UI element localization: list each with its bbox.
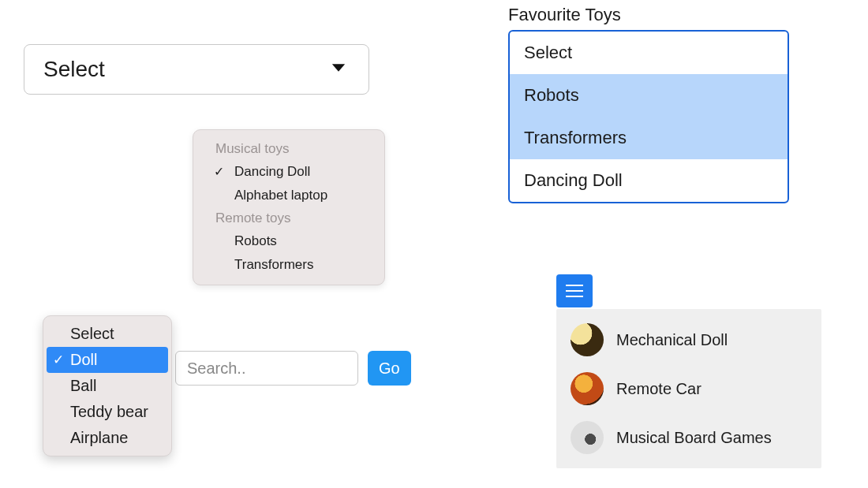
option-label: Robots xyxy=(524,85,579,105)
option-airplane[interactable]: Airplane xyxy=(47,425,168,451)
group-option-robots[interactable]: Robots xyxy=(193,229,384,253)
option-label: Mechanical Doll xyxy=(616,331,728,349)
icon-option-mechanical-doll[interactable]: Mechanical Doll xyxy=(556,315,821,364)
hamburger-icon xyxy=(566,290,583,292)
option-label: Select xyxy=(524,43,572,62)
option-label: Dancing Doll xyxy=(524,170,623,190)
favourite-toys-listbox[interactable]: Select Robots Transformers Dancing Doll xyxy=(508,30,789,203)
go-button[interactable]: Go xyxy=(368,351,411,386)
favourite-toys-label: Favourite Toys xyxy=(508,5,621,25)
group-header: Musical toys xyxy=(193,138,384,160)
group-header: Remote toys xyxy=(193,207,384,229)
option-label: Dancing Doll xyxy=(234,164,310,179)
search-row: Go xyxy=(175,351,411,386)
option-label: Transformers xyxy=(234,257,313,272)
option-label: Teddy bear xyxy=(70,403,148,420)
chevron-down-icon xyxy=(327,57,350,83)
option-label: Ball xyxy=(70,377,96,394)
group-option-alphabet-laptop[interactable]: Alphabet laptop xyxy=(193,184,384,207)
fav-option-robots[interactable]: Robots xyxy=(510,74,788,117)
thumbnail-icon xyxy=(571,372,604,405)
icon-option-musical-board-games[interactable]: Musical Board Games xyxy=(556,413,821,462)
option-label: Remote Car xyxy=(616,380,702,398)
fav-option-dancing-doll[interactable]: Dancing Doll xyxy=(510,159,788,202)
option-label: Select xyxy=(70,325,114,342)
option-teddy-bear[interactable]: Teddy bear xyxy=(47,399,168,425)
option-label: Robots xyxy=(234,233,277,248)
fav-option-select[interactable]: Select xyxy=(510,32,788,74)
option-label: Doll xyxy=(70,351,97,368)
option-select[interactable]: Select xyxy=(47,321,168,347)
check-icon: ✓ xyxy=(214,164,224,179)
option-label: Transformers xyxy=(524,128,627,147)
search-input[interactable] xyxy=(175,351,358,386)
check-icon: ✓ xyxy=(53,352,64,368)
option-label: Alphabet laptop xyxy=(234,188,327,203)
thumbnail-icon xyxy=(571,323,604,356)
grouped-dropdown[interactable]: Musical toys ✓ Dancing Doll Alphabet lap… xyxy=(193,129,385,285)
group-option-transformers[interactable]: Transformers xyxy=(193,253,384,277)
simple-select[interactable]: Select xyxy=(24,44,369,95)
thumbnail-icon xyxy=(571,421,604,454)
icon-dropdown[interactable]: Mechanical Doll Remote Car Musical Board… xyxy=(556,309,821,468)
simple-dropdown[interactable]: Select ✓ Doll Ball Teddy bear Airplane xyxy=(43,315,172,456)
option-doll[interactable]: ✓ Doll xyxy=(47,347,168,373)
fav-option-transformers[interactable]: Transformers xyxy=(510,117,788,159)
option-label: Musical Board Games xyxy=(616,429,772,447)
icon-option-remote-car[interactable]: Remote Car xyxy=(556,364,821,413)
menu-button[interactable] xyxy=(556,274,593,307)
option-label: Airplane xyxy=(70,429,128,446)
simple-select-value: Select xyxy=(43,57,327,82)
option-ball[interactable]: Ball xyxy=(47,373,168,399)
group-option-dancing-doll[interactable]: ✓ Dancing Doll xyxy=(193,160,384,184)
